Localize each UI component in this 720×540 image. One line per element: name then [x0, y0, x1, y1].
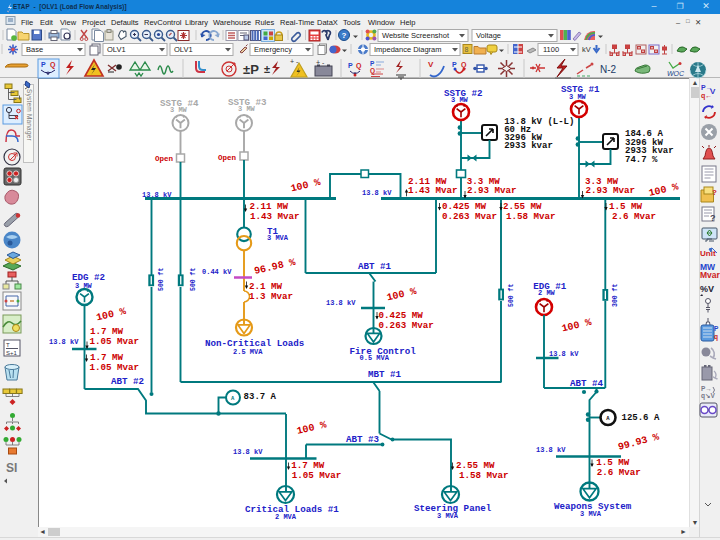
svg-text:2.5 MVA: 2.5 MVA [233, 348, 263, 356]
svg-text:3 MW: 3 MW [75, 282, 93, 290]
svg-text:1.3 Mvar: 1.3 Mvar [249, 291, 293, 302]
svg-text:500 ft: 500 ft [508, 283, 515, 307]
svg-text:2.55 MW: 2.55 MW [503, 201, 542, 212]
svg-text:1.05 Mvar: 1.05 Mvar [90, 336, 140, 347]
svg-text:2.6 Mvar: 2.6 Mvar [597, 467, 641, 478]
svg-text:0.263 Mvar: 0.263 Mvar [379, 320, 434, 331]
svg-text:0.44 kV: 0.44 kV [202, 268, 232, 276]
svg-text:1.43 Mvar: 1.43 Mvar [250, 211, 300, 222]
svg-text:Open: Open [218, 154, 237, 162]
svg-text:ABT #4: ABT #4 [570, 378, 604, 389]
svg-text:100 %: 100 % [95, 306, 127, 323]
svg-text:100 %: 100 % [296, 419, 328, 436]
svg-text:3 MVA: 3 MVA [437, 512, 459, 520]
svg-text:0.263 Mvar: 0.263 Mvar [442, 211, 497, 222]
svg-text:1.58 Mvar: 1.58 Mvar [459, 470, 509, 481]
svg-text:13.8 kV: 13.8 kV [142, 191, 172, 199]
svg-text:A: A [231, 395, 235, 402]
svg-text:ABT #2: ABT #2 [111, 376, 144, 387]
svg-text:0.425 MW: 0.425 MW [442, 201, 487, 212]
svg-text:125.6 A: 125.6 A [622, 413, 660, 423]
svg-text:100 %: 100 % [648, 181, 680, 198]
svg-text:ABT #1: ABT #1 [358, 261, 392, 272]
svg-text:2.6 Mvar: 2.6 Mvar [612, 211, 656, 222]
svg-text:13.8 kV: 13.8 kV [233, 448, 263, 456]
svg-text:13.8 kV: 13.8 kV [549, 350, 579, 358]
svg-text:13.8 kV: 13.8 kV [362, 189, 392, 197]
svg-text:3 MW: 3 MW [238, 105, 256, 113]
svg-text:1.05 Mvar: 1.05 Mvar [292, 470, 342, 481]
svg-text:2.93 Mvar: 2.93 Mvar [467, 185, 517, 196]
svg-text:2 MVA: 2 MVA [275, 513, 297, 521]
svg-text:13.8 kV: 13.8 kV [49, 338, 79, 346]
svg-text:3 MVA: 3 MVA [267, 234, 289, 242]
svg-text:83.7 A: 83.7 A [244, 392, 277, 402]
svg-text:3 MVA: 3 MVA [580, 510, 602, 518]
svg-text:MBT #1: MBT #1 [368, 369, 402, 380]
svg-text:100 %: 100 % [290, 177, 322, 194]
svg-text:300 ft: 300 ft [612, 283, 619, 307]
svg-text:ABT #3: ABT #3 [346, 434, 380, 445]
svg-text:500 ft: 500 ft [158, 267, 165, 291]
svg-text:96.98 %: 96.98 % [253, 257, 296, 277]
svg-text:1.58 Mvar: 1.58 Mvar [506, 211, 556, 222]
svg-text:3 MW: 3 MW [569, 93, 587, 101]
svg-text:13.8 kV: 13.8 kV [536, 446, 566, 454]
svg-text:99.93 %: 99.93 % [617, 431, 660, 452]
svg-text:2.93 Mvar: 2.93 Mvar [586, 185, 636, 196]
svg-text:1.43 Mvar: 1.43 Mvar [408, 185, 458, 196]
svg-text:3 MW: 3 MW [170, 106, 188, 114]
svg-text:1.5 MW: 1.5 MW [609, 201, 643, 212]
svg-text:2 MW: 2 MW [538, 289, 556, 297]
svg-text:13.8 kV: 13.8 kV [326, 299, 356, 307]
svg-text:3 MW: 3 MW [451, 96, 469, 104]
svg-text:500 ft: 500 ft [190, 267, 197, 291]
svg-text:0.5 MVA: 0.5 MVA [360, 354, 390, 362]
svg-text:100 %: 100 % [386, 286, 418, 303]
svg-text:1.05 Mvar: 1.05 Mvar [90, 362, 140, 373]
svg-text:2933 kvar: 2933 kvar [504, 141, 553, 151]
svg-text:74.7 %: 74.7 % [625, 155, 658, 165]
svg-text:Open: Open [155, 155, 174, 163]
svg-text:100 %: 100 % [561, 317, 593, 334]
